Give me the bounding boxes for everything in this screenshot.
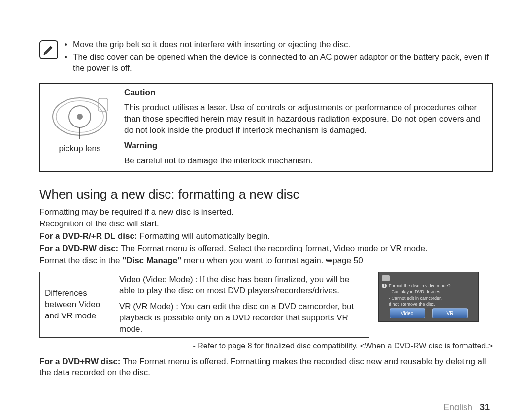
page-footer: English _31	[39, 401, 493, 410]
manual-page: Move the grip belt so it does not interf…	[0, 0, 532, 410]
caution-illustration: pickup lens	[40, 84, 119, 172]
para-dvdrw-bold: For a DVD-RW disc:	[39, 244, 118, 253]
dialog-vr-button[interactable]: VR	[432, 308, 468, 319]
note-item: The disc cover can be opened when the de…	[73, 52, 493, 74]
dialog-line2: - Can play in DVD devices.	[389, 289, 475, 295]
caution-heading: Caution	[124, 87, 487, 98]
para-recognition: Recognition of the disc will start.	[39, 219, 493, 230]
caution-box: pickup lens Caution This product utilise…	[39, 83, 493, 173]
svg-rect-4	[98, 98, 108, 111]
para-dvdr-bold: For a DVD-R/+R DL disc:	[39, 231, 137, 241]
para-disc-manage-pre: Format the disc in the	[39, 256, 122, 265]
info-icon: i	[382, 284, 387, 288]
dialog-line1: Format the disc in video mode?	[389, 283, 475, 289]
footer-lang: English _	[443, 402, 480, 410]
dialog-video-button[interactable]: Video	[390, 308, 425, 319]
para-formatting-required: Formatting may be required if a new disc…	[39, 207, 493, 218]
diff-vr-cell: VR (VR Mode) : You can edit the disc on …	[114, 299, 369, 338]
para-dvdrw-rest: The Format menu is offered. Select the r…	[118, 244, 427, 253]
diff-header-cell: Differences between Video and VR mode	[40, 272, 114, 338]
diff-video-cell: Video (Video Mode) : If the disc has bee…	[114, 272, 369, 299]
para-dvdrw: For a DVD-RW disc: The Format menu is of…	[39, 243, 493, 254]
camera-icon	[382, 275, 390, 281]
caution-text-block: Caution This product utilises a laser. U…	[119, 84, 492, 172]
para-dvdplusrw-bold: For a DVD+RW disc:	[39, 357, 121, 366]
para-disc-manage: Format the disc in the "Disc Manage" men…	[39, 255, 493, 267]
dialog-line4: If not, Remove the disc.	[389, 301, 475, 307]
refer-line: - Refer to page 8 for finalized disc com…	[39, 341, 493, 351]
para-dvdr: For a DVD-R/+R DL disc: Formatting will …	[39, 231, 493, 242]
camcorder-disc-icon	[45, 87, 114, 146]
warning-text: Be careful not to damage the interlock m…	[124, 156, 487, 167]
format-dialog-screenshot: i Format the disc in video mode? - Can p…	[378, 272, 479, 322]
para-dvdr-rest: Formatting will automatically begin.	[137, 231, 270, 241]
footer-page-number: 31	[480, 402, 490, 410]
warning-heading: Warning	[124, 140, 487, 152]
caution-text: This product utilises a laser. Use of co…	[124, 102, 487, 136]
section-title: When using a new disc: formatting a new …	[39, 186, 493, 203]
note-bullets: Move the grip belt so it does not interf…	[64, 39, 493, 75]
note-row: Move the grip belt so it does not interf…	[39, 39, 493, 75]
svg-point-3	[77, 114, 83, 120]
diff-table: Differences between Video and VR mode Vi…	[39, 272, 369, 338]
para-disc-manage-post: menu when you want to format again. ➥pag…	[181, 256, 363, 265]
para-disc-manage-bold: "Disc Manage"	[122, 256, 181, 265]
pencil-note-icon	[39, 40, 58, 59]
para-dvdplusrw: For a DVD+RW disc: The Format menu is of…	[39, 356, 493, 379]
illustration-caption: pickup lens	[59, 143, 100, 155]
diff-row: Differences between Video and VR mode Vi…	[39, 272, 493, 338]
dialog-line3: - Cannot edit in camcorder.	[389, 295, 475, 301]
note-item: Move the grip belt so it does not interf…	[73, 39, 493, 51]
